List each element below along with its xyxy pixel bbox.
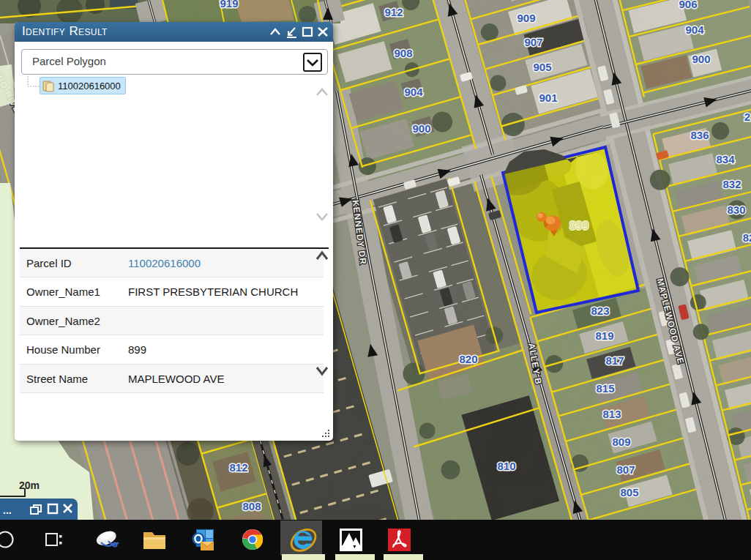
svg-text:...: ... <box>3 504 12 516</box>
